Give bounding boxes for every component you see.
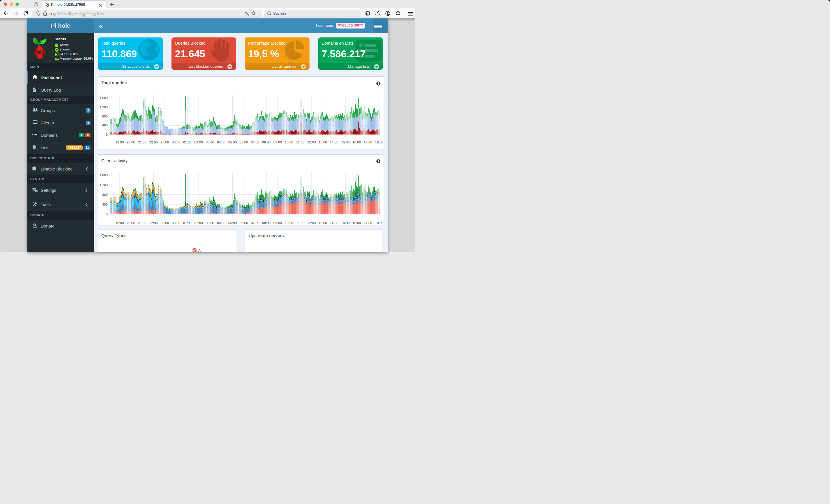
svg-text:09:00: 09:00 bbox=[274, 140, 282, 144]
svg-text:09:00: 09:00 bbox=[274, 221, 282, 225]
svg-text:08:00: 08:00 bbox=[262, 221, 271, 225]
svg-text:17:00: 17:00 bbox=[364, 221, 372, 225]
svg-text:02:00: 02:00 bbox=[195, 221, 203, 225]
svg-text:03:00: 03:00 bbox=[206, 221, 215, 225]
svg-text:01:00: 01:00 bbox=[183, 140, 192, 144]
svg-text:04:00: 04:00 bbox=[217, 221, 226, 225]
svg-text:400: 400 bbox=[102, 124, 108, 127]
svg-text:14:00: 14:00 bbox=[330, 221, 339, 225]
svg-text:21:00: 21:00 bbox=[138, 140, 147, 144]
svg-text:800: 800 bbox=[102, 114, 108, 118]
svg-text:18:00: 18:00 bbox=[375, 140, 383, 144]
svg-text:16:00: 16:00 bbox=[352, 221, 361, 225]
svg-text:23:00: 23:00 bbox=[161, 140, 169, 144]
svg-text:12:00: 12:00 bbox=[307, 221, 316, 225]
svg-text:1.200: 1.200 bbox=[100, 183, 108, 186]
svg-text:12:00: 12:00 bbox=[307, 140, 316, 144]
svg-text:10:00: 10:00 bbox=[285, 140, 293, 144]
svg-text:0: 0 bbox=[106, 212, 107, 216]
svg-text:21:00: 21:00 bbox=[138, 221, 147, 225]
svg-text:00:00: 00:00 bbox=[172, 221, 181, 225]
svg-text:04:00: 04:00 bbox=[217, 140, 226, 144]
svg-text:20:00: 20:00 bbox=[127, 221, 135, 225]
svg-text:02:00: 02:00 bbox=[195, 140, 203, 144]
svg-text:07:00: 07:00 bbox=[251, 221, 259, 225]
svg-text:11:00: 11:00 bbox=[296, 221, 305, 225]
svg-text:03:00: 03:00 bbox=[206, 140, 215, 144]
svg-text:01:00: 01:00 bbox=[183, 221, 192, 225]
svg-text:400: 400 bbox=[102, 203, 108, 206]
svg-text:05:00: 05:00 bbox=[228, 221, 237, 225]
svg-text:18:00: 18:00 bbox=[375, 221, 383, 225]
svg-text:10:00: 10:00 bbox=[285, 221, 293, 225]
svg-text:1.200: 1.200 bbox=[100, 105, 108, 108]
svg-text:22:00: 22:00 bbox=[149, 221, 158, 225]
svg-text:19:00: 19:00 bbox=[115, 221, 124, 225]
svg-text:13:00: 13:00 bbox=[318, 221, 327, 225]
svg-text:13:00: 13:00 bbox=[318, 140, 327, 144]
svg-text:1.600: 1.600 bbox=[100, 173, 108, 176]
svg-text:16:00: 16:00 bbox=[352, 140, 361, 144]
svg-text:00:00: 00:00 bbox=[172, 140, 181, 144]
svg-text:1.600: 1.600 bbox=[100, 96, 108, 100]
svg-text:05:00: 05:00 bbox=[228, 140, 237, 144]
svg-text:17:00: 17:00 bbox=[364, 140, 372, 144]
svg-text:08:00: 08:00 bbox=[262, 140, 271, 144]
svg-text:23:00: 23:00 bbox=[161, 221, 169, 225]
svg-text:800: 800 bbox=[102, 193, 108, 196]
svg-text:0: 0 bbox=[106, 133, 107, 136]
svg-text:19:00: 19:00 bbox=[115, 140, 124, 144]
svg-text:20:00: 20:00 bbox=[127, 140, 135, 144]
svg-text:06:00: 06:00 bbox=[240, 221, 248, 225]
svg-text:07:00: 07:00 bbox=[251, 140, 259, 144]
svg-text:22:00: 22:00 bbox=[149, 140, 158, 144]
svg-text:14:00: 14:00 bbox=[330, 140, 339, 144]
svg-text:06:00: 06:00 bbox=[240, 140, 248, 144]
svg-text:11:00: 11:00 bbox=[296, 140, 305, 144]
svg-text:15:00: 15:00 bbox=[341, 140, 350, 144]
svg-text:15:00: 15:00 bbox=[341, 221, 350, 225]
